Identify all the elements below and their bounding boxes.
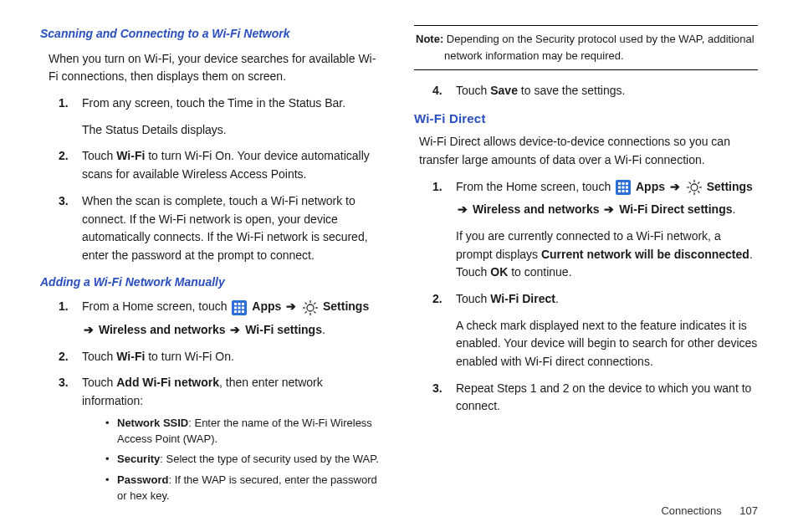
step-text: Touch Wi-Fi Direct. bbox=[456, 292, 559, 305]
bullet-password: Password: If the WAP is secured, enter t… bbox=[105, 473, 384, 504]
svg-rect-25 bbox=[626, 186, 628, 188]
apps-icon bbox=[616, 180, 631, 195]
svg-point-10 bbox=[307, 304, 314, 311]
svg-rect-7 bbox=[234, 310, 237, 313]
step-text-2: The Status Details displays. bbox=[82, 121, 384, 140]
step-text: From any screen, touch the Time in the S… bbox=[82, 96, 345, 110]
apps-icon bbox=[232, 300, 247, 315]
step-number: 1. bbox=[432, 178, 442, 197]
heading-adding: Adding a Wi-Fi Network Manually bbox=[40, 274, 384, 292]
step-number: 3. bbox=[432, 380, 442, 398]
note-text-2: network information may be required. bbox=[416, 48, 756, 64]
note-box: Note: Depending on the Security protocol… bbox=[414, 25, 758, 70]
svg-line-18 bbox=[305, 311, 307, 313]
svg-rect-28 bbox=[626, 190, 628, 192]
step-number: 1. bbox=[59, 298, 69, 316]
note-label: Note: bbox=[416, 33, 443, 45]
svg-line-15 bbox=[305, 302, 307, 304]
step-1: 1. From a Home screen, touch Apps ➔ Sett… bbox=[59, 298, 384, 339]
right-column: Note: Depending on the Security protocol… bbox=[414, 25, 758, 513]
svg-line-36 bbox=[698, 182, 699, 183]
step-text: From a Home screen, touch Apps ➔ Setting… bbox=[82, 299, 369, 313]
bullet-security: Security: Select the type of security us… bbox=[105, 452, 384, 468]
step-3: 3. When the scan is complete, touch a Wi… bbox=[59, 192, 384, 265]
page-content: Scanning and Connecting to a Wi-Fi Netwo… bbox=[0, 0, 798, 513]
svg-rect-8 bbox=[238, 310, 241, 313]
svg-rect-21 bbox=[622, 182, 625, 185]
step-text: Touch Wi-Fi to turn Wi-Fi On. bbox=[82, 350, 234, 363]
arrow-icon: ➔ bbox=[670, 180, 680, 193]
heading-wifi-direct: Wi-Fi Direct bbox=[414, 109, 758, 128]
svg-line-37 bbox=[688, 191, 690, 192]
bullet-list: Network SSID: Enter the name of the Wi-F… bbox=[105, 416, 384, 504]
step-text: Repeat Steps 1 and 2 on the device to wh… bbox=[456, 381, 751, 413]
svg-rect-5 bbox=[238, 306, 241, 309]
heading-scanning: Scanning and Connecting to a Wi-Fi Netwo… bbox=[40, 25, 384, 43]
step-number: 1. bbox=[59, 95, 69, 113]
svg-rect-22 bbox=[626, 182, 628, 185]
step-3: 3. Touch Add Wi-Fi network, then enter n… bbox=[59, 374, 384, 504]
arrow-icon: ➔ bbox=[604, 202, 614, 216]
intro-scanning: When you turn on Wi-Fi, your device sear… bbox=[49, 50, 384, 86]
svg-rect-27 bbox=[622, 190, 625, 192]
step-2: 2. Touch Wi-Fi to turn Wi-Fi On. bbox=[59, 348, 384, 366]
svg-line-16 bbox=[314, 311, 315, 313]
page-footer: Connections 107 bbox=[661, 504, 758, 517]
step-number: 3. bbox=[59, 374, 69, 392]
step-text: Touch Wi-Fi to turn Wi-Fi On. Your devic… bbox=[82, 149, 370, 181]
svg-rect-24 bbox=[622, 186, 625, 188]
step-text: From the Home screen, touch Apps ➔ Setti… bbox=[456, 180, 753, 193]
steps-continued: 4. Touch Save to save the settings. bbox=[432, 82, 758, 100]
svg-line-34 bbox=[688, 182, 690, 183]
step-2: 2. Touch Wi-Fi Direct. A check mark disp… bbox=[432, 290, 758, 371]
arrow-icon: ➔ bbox=[84, 323, 94, 336]
step-3: 3. Repeat Steps 1 and 2 on the device to… bbox=[432, 380, 758, 416]
step-number: 3. bbox=[59, 192, 69, 211]
step-4: 4. Touch Save to save the settings. bbox=[432, 82, 758, 100]
left-column: Scanning and Connecting to a Wi-Fi Netwo… bbox=[40, 25, 384, 513]
svg-line-17 bbox=[314, 302, 315, 304]
step-text-2: If you are currently connected to a Wi-F… bbox=[456, 228, 758, 282]
svg-line-35 bbox=[698, 191, 699, 192]
svg-rect-6 bbox=[242, 306, 244, 309]
step-text-line2: ➔ Wireless and networks ➔ Wi-Fi Direct s… bbox=[456, 201, 758, 219]
step-2: 2. Touch Wi-Fi to turn Wi-Fi On. Your de… bbox=[59, 147, 384, 183]
arrow-icon: ➔ bbox=[458, 202, 468, 216]
arrow-icon: ➔ bbox=[230, 323, 240, 336]
step-text: Touch Save to save the settings. bbox=[456, 84, 625, 97]
footer-section: Connections bbox=[661, 504, 721, 517]
svg-rect-4 bbox=[234, 306, 237, 309]
svg-rect-20 bbox=[618, 182, 621, 185]
steps-wifi-direct: 1. From the Home screen, touch Apps ➔ Se… bbox=[432, 178, 758, 417]
step-text-2: A check mark displayed next to the featu… bbox=[456, 317, 758, 371]
svg-rect-1 bbox=[234, 303, 237, 305]
note-text: Depending on the Security protocol used … bbox=[443, 33, 754, 45]
step-text: Touch Add Wi-Fi network, then enter netw… bbox=[82, 376, 323, 407]
bullet-ssid: Network SSID: Enter the name of the Wi-F… bbox=[105, 416, 384, 448]
settings-icon bbox=[687, 180, 702, 195]
svg-rect-26 bbox=[618, 190, 621, 192]
arrow-icon: ➔ bbox=[286, 299, 296, 313]
step-number: 2. bbox=[59, 147, 69, 166]
svg-point-29 bbox=[691, 184, 698, 191]
settings-icon bbox=[303, 300, 318, 315]
step-text: When the scan is complete, touch a Wi-Fi… bbox=[82, 194, 368, 262]
step-text-2: ➔ Wireless and networks ➔ Wi-Fi settings… bbox=[82, 321, 384, 340]
step-1: 1. From any screen, touch the Time in th… bbox=[59, 95, 384, 139]
step-number: 2. bbox=[432, 290, 442, 309]
steps-scanning: 1. From any screen, touch the Time in th… bbox=[59, 95, 384, 265]
steps-adding: 1. From a Home screen, touch Apps ➔ Sett… bbox=[59, 298, 384, 504]
footer-page-number: 107 bbox=[739, 504, 758, 517]
svg-rect-23 bbox=[618, 186, 621, 188]
step-number: 4. bbox=[432, 82, 442, 100]
intro-wifi-direct: Wi-Fi Direct allows device-to-device con… bbox=[419, 133, 758, 169]
svg-rect-9 bbox=[242, 310, 244, 313]
step-1: 1. From the Home screen, touch Apps ➔ Se… bbox=[432, 178, 758, 282]
step-number: 2. bbox=[59, 348, 69, 366]
svg-rect-2 bbox=[238, 303, 241, 305]
svg-rect-3 bbox=[242, 303, 244, 305]
